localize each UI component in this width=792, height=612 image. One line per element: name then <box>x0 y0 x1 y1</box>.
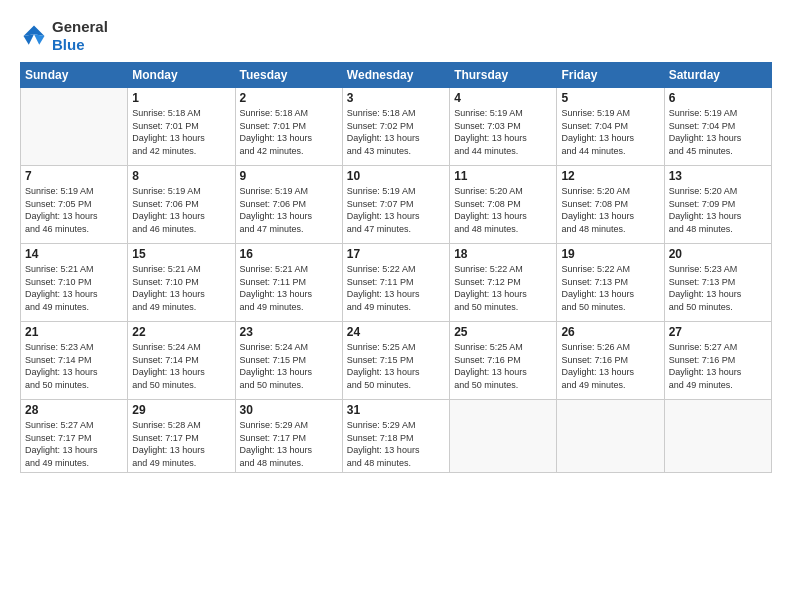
calendar-header-wednesday: Wednesday <box>342 63 449 88</box>
calendar-cell <box>450 400 557 473</box>
day-number: 14 <box>25 247 123 261</box>
day-info: Sunrise: 5:21 AM Sunset: 7:10 PM Dayligh… <box>25 263 123 313</box>
day-number: 15 <box>132 247 230 261</box>
calendar-cell: 22Sunrise: 5:24 AM Sunset: 7:14 PM Dayli… <box>128 322 235 400</box>
day-number: 26 <box>561 325 659 339</box>
svg-marker-0 <box>24 26 45 37</box>
calendar-cell: 28Sunrise: 5:27 AM Sunset: 7:17 PM Dayli… <box>21 400 128 473</box>
calendar-cell: 13Sunrise: 5:20 AM Sunset: 7:09 PM Dayli… <box>664 166 771 244</box>
day-number: 16 <box>240 247 338 261</box>
day-info: Sunrise: 5:19 AM Sunset: 7:05 PM Dayligh… <box>25 185 123 235</box>
logo-text: General Blue <box>52 18 108 54</box>
calendar-cell: 5Sunrise: 5:19 AM Sunset: 7:04 PM Daylig… <box>557 88 664 166</box>
day-info: Sunrise: 5:23 AM Sunset: 7:14 PM Dayligh… <box>25 341 123 391</box>
calendar-cell: 18Sunrise: 5:22 AM Sunset: 7:12 PM Dayli… <box>450 244 557 322</box>
calendar-cell: 26Sunrise: 5:26 AM Sunset: 7:16 PM Dayli… <box>557 322 664 400</box>
day-info: Sunrise: 5:18 AM Sunset: 7:01 PM Dayligh… <box>240 107 338 157</box>
day-info: Sunrise: 5:24 AM Sunset: 7:15 PM Dayligh… <box>240 341 338 391</box>
calendar-cell: 1Sunrise: 5:18 AM Sunset: 7:01 PM Daylig… <box>128 88 235 166</box>
day-number: 27 <box>669 325 767 339</box>
calendar-header-saturday: Saturday <box>664 63 771 88</box>
calendar-cell: 24Sunrise: 5:25 AM Sunset: 7:15 PM Dayli… <box>342 322 449 400</box>
calendar-week-5: 28Sunrise: 5:27 AM Sunset: 7:17 PM Dayli… <box>21 400 772 473</box>
calendar-week-2: 7Sunrise: 5:19 AM Sunset: 7:05 PM Daylig… <box>21 166 772 244</box>
calendar-cell: 31Sunrise: 5:29 AM Sunset: 7:18 PM Dayli… <box>342 400 449 473</box>
calendar-week-1: 1Sunrise: 5:18 AM Sunset: 7:01 PM Daylig… <box>21 88 772 166</box>
calendar-cell <box>21 88 128 166</box>
day-number: 11 <box>454 169 552 183</box>
calendar-cell: 27Sunrise: 5:27 AM Sunset: 7:16 PM Dayli… <box>664 322 771 400</box>
day-number: 29 <box>132 403 230 417</box>
calendar-cell: 4Sunrise: 5:19 AM Sunset: 7:03 PM Daylig… <box>450 88 557 166</box>
calendar-cell: 17Sunrise: 5:22 AM Sunset: 7:11 PM Dayli… <box>342 244 449 322</box>
day-number: 1 <box>132 91 230 105</box>
day-info: Sunrise: 5:19 AM Sunset: 7:06 PM Dayligh… <box>240 185 338 235</box>
calendar-cell <box>557 400 664 473</box>
day-info: Sunrise: 5:19 AM Sunset: 7:04 PM Dayligh… <box>561 107 659 157</box>
calendar-cell: 8Sunrise: 5:19 AM Sunset: 7:06 PM Daylig… <box>128 166 235 244</box>
logo: General Blue <box>20 18 108 54</box>
day-number: 4 <box>454 91 552 105</box>
calendar-cell: 25Sunrise: 5:25 AM Sunset: 7:16 PM Dayli… <box>450 322 557 400</box>
calendar-cell: 21Sunrise: 5:23 AM Sunset: 7:14 PM Dayli… <box>21 322 128 400</box>
calendar-week-3: 14Sunrise: 5:21 AM Sunset: 7:10 PM Dayli… <box>21 244 772 322</box>
day-info: Sunrise: 5:25 AM Sunset: 7:16 PM Dayligh… <box>454 341 552 391</box>
calendar-cell: 16Sunrise: 5:21 AM Sunset: 7:11 PM Dayli… <box>235 244 342 322</box>
day-info: Sunrise: 5:21 AM Sunset: 7:11 PM Dayligh… <box>240 263 338 313</box>
day-number: 28 <box>25 403 123 417</box>
day-number: 6 <box>669 91 767 105</box>
calendar-cell <box>664 400 771 473</box>
day-info: Sunrise: 5:27 AM Sunset: 7:16 PM Dayligh… <box>669 341 767 391</box>
day-number: 10 <box>347 169 445 183</box>
day-number: 9 <box>240 169 338 183</box>
calendar-header-thursday: Thursday <box>450 63 557 88</box>
day-number: 31 <box>347 403 445 417</box>
day-number: 25 <box>454 325 552 339</box>
day-info: Sunrise: 5:19 AM Sunset: 7:04 PM Dayligh… <box>669 107 767 157</box>
day-info: Sunrise: 5:19 AM Sunset: 7:06 PM Dayligh… <box>132 185 230 235</box>
calendar-cell: 7Sunrise: 5:19 AM Sunset: 7:05 PM Daylig… <box>21 166 128 244</box>
day-number: 22 <box>132 325 230 339</box>
day-number: 5 <box>561 91 659 105</box>
calendar-cell: 2Sunrise: 5:18 AM Sunset: 7:01 PM Daylig… <box>235 88 342 166</box>
day-info: Sunrise: 5:19 AM Sunset: 7:07 PM Dayligh… <box>347 185 445 235</box>
calendar-cell: 19Sunrise: 5:22 AM Sunset: 7:13 PM Dayli… <box>557 244 664 322</box>
day-info: Sunrise: 5:24 AM Sunset: 7:14 PM Dayligh… <box>132 341 230 391</box>
day-info: Sunrise: 5:20 AM Sunset: 7:09 PM Dayligh… <box>669 185 767 235</box>
day-info: Sunrise: 5:20 AM Sunset: 7:08 PM Dayligh… <box>454 185 552 235</box>
day-info: Sunrise: 5:20 AM Sunset: 7:08 PM Dayligh… <box>561 185 659 235</box>
day-number: 7 <box>25 169 123 183</box>
day-info: Sunrise: 5:19 AM Sunset: 7:03 PM Dayligh… <box>454 107 552 157</box>
calendar-header-friday: Friday <box>557 63 664 88</box>
day-number: 19 <box>561 247 659 261</box>
svg-marker-2 <box>24 34 35 45</box>
day-number: 21 <box>25 325 123 339</box>
day-info: Sunrise: 5:29 AM Sunset: 7:18 PM Dayligh… <box>347 419 445 469</box>
calendar-header-sunday: Sunday <box>21 63 128 88</box>
calendar-cell: 12Sunrise: 5:20 AM Sunset: 7:08 PM Dayli… <box>557 166 664 244</box>
day-info: Sunrise: 5:27 AM Sunset: 7:17 PM Dayligh… <box>25 419 123 469</box>
calendar-cell: 15Sunrise: 5:21 AM Sunset: 7:10 PM Dayli… <box>128 244 235 322</box>
day-info: Sunrise: 5:29 AM Sunset: 7:17 PM Dayligh… <box>240 419 338 469</box>
calendar-cell: 6Sunrise: 5:19 AM Sunset: 7:04 PM Daylig… <box>664 88 771 166</box>
day-number: 2 <box>240 91 338 105</box>
page: General Blue SundayMondayTuesdayWednesda… <box>0 0 792 612</box>
day-number: 17 <box>347 247 445 261</box>
calendar-header-row: SundayMondayTuesdayWednesdayThursdayFrid… <box>21 63 772 88</box>
day-info: Sunrise: 5:28 AM Sunset: 7:17 PM Dayligh… <box>132 419 230 469</box>
day-info: Sunrise: 5:18 AM Sunset: 7:01 PM Dayligh… <box>132 107 230 157</box>
calendar-cell: 14Sunrise: 5:21 AM Sunset: 7:10 PM Dayli… <box>21 244 128 322</box>
calendar-cell: 29Sunrise: 5:28 AM Sunset: 7:17 PM Dayli… <box>128 400 235 473</box>
day-info: Sunrise: 5:25 AM Sunset: 7:15 PM Dayligh… <box>347 341 445 391</box>
calendar-week-4: 21Sunrise: 5:23 AM Sunset: 7:14 PM Dayli… <box>21 322 772 400</box>
day-number: 24 <box>347 325 445 339</box>
day-info: Sunrise: 5:22 AM Sunset: 7:11 PM Dayligh… <box>347 263 445 313</box>
day-info: Sunrise: 5:22 AM Sunset: 7:12 PM Dayligh… <box>454 263 552 313</box>
day-info: Sunrise: 5:21 AM Sunset: 7:10 PM Dayligh… <box>132 263 230 313</box>
calendar-cell: 20Sunrise: 5:23 AM Sunset: 7:13 PM Dayli… <box>664 244 771 322</box>
day-number: 12 <box>561 169 659 183</box>
calendar-cell: 30Sunrise: 5:29 AM Sunset: 7:17 PM Dayli… <box>235 400 342 473</box>
day-number: 18 <box>454 247 552 261</box>
day-number: 3 <box>347 91 445 105</box>
day-number: 13 <box>669 169 767 183</box>
